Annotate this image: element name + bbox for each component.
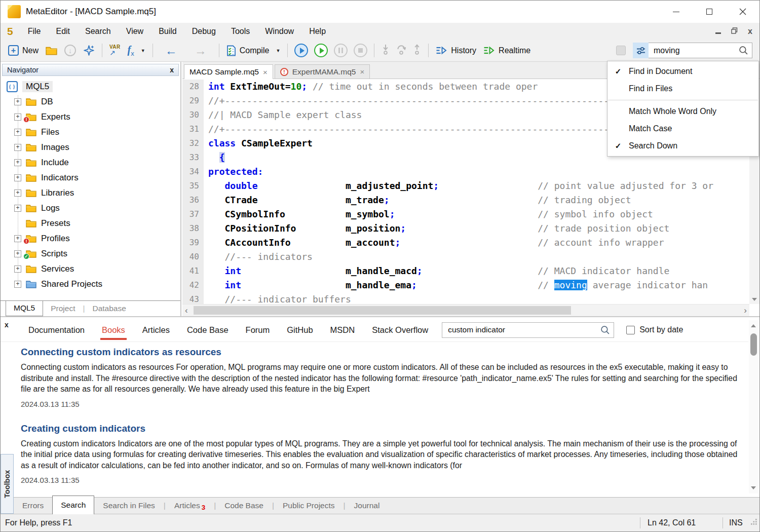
- toolbox-tab-documentation[interactable]: Documentation: [20, 319, 93, 340]
- line-number[interactable]: 33: [182, 150, 204, 165]
- menu-help[interactable]: Help: [301, 23, 333, 40]
- code-line-39[interactable]: 39 CAccountInfo m_account; // account in…: [182, 236, 749, 250]
- line-number[interactable]: 29: [182, 94, 204, 108]
- open-folder-button[interactable]: [42, 44, 61, 57]
- toolbox-tab-forum[interactable]: Forum: [237, 319, 279, 340]
- save-button[interactable]: ↓: [61, 43, 80, 58]
- expand-icon[interactable]: +: [14, 144, 21, 151]
- menu-window[interactable]: Window: [257, 23, 301, 40]
- step-into-button[interactable]: [382, 44, 390, 57]
- menu-view[interactable]: View: [119, 23, 151, 40]
- toolbox-bottom-tab-errors[interactable]: Errors: [14, 498, 52, 514]
- step-over-button[interactable]: [397, 44, 406, 57]
- expand-icon[interactable]: +: [14, 98, 21, 105]
- tree-item-db[interactable]: +DB: [4, 94, 178, 109]
- line-number[interactable]: 32: [182, 136, 204, 150]
- toolbox-search-input[interactable]: [442, 325, 600, 334]
- toolbox-bottom-tab-search[interactable]: Search: [52, 496, 94, 514]
- maximize-button[interactable]: [693, 1, 726, 23]
- result-title[interactable]: Connecting custom indicators as resource…: [21, 347, 738, 358]
- search-menu-item-match-case[interactable]: Match Case: [607, 120, 758, 137]
- mdi-restore-icon[interactable]: [731, 27, 738, 36]
- search-menu-item-find-in-files[interactable]: Find in Files: [607, 80, 758, 97]
- mql5-wizard-button[interactable]: [80, 43, 98, 58]
- toolbox-bottom-tab-articles[interactable]: Articles3: [166, 498, 214, 514]
- mdi-close-icon[interactable]: x: [748, 27, 752, 35]
- line-number[interactable]: 28: [182, 80, 204, 94]
- toolbox-bottom-tab-search-in-files[interactable]: Search in Files: [94, 498, 164, 514]
- toolbox-tab-code-base[interactable]: Code Base: [178, 319, 237, 340]
- line-number[interactable]: 40: [182, 250, 204, 264]
- menu-debug[interactable]: Debug: [184, 23, 223, 40]
- tree-item-libraries[interactable]: +Libraries: [4, 185, 178, 201]
- mdi-minimize-icon[interactable]: [715, 32, 721, 34]
- code-line-43[interactable]: 43 //--- indicator buffers: [182, 292, 749, 304]
- navigator-tab-project[interactable]: Project: [43, 301, 83, 316]
- code-line-40[interactable]: 40 //--- indicators: [182, 250, 749, 264]
- expand-icon[interactable]: +: [14, 265, 21, 273]
- result-title[interactable]: Creating custom indicators: [21, 423, 738, 434]
- line-number[interactable]: 38: [182, 221, 204, 236]
- tree-item-images[interactable]: +Images: [4, 140, 178, 155]
- toolbox-panel-label[interactable]: Toolbox: [1, 454, 14, 514]
- history-button[interactable]: History: [432, 44, 480, 57]
- realtime-button[interactable]: Realtime: [480, 44, 534, 57]
- expand-icon[interactable]: +: [14, 189, 21, 197]
- expand-icon[interactable]: +: [14, 159, 21, 166]
- navigator-tab-mql5[interactable]: MQL5: [6, 301, 43, 316]
- toolbar-search-input[interactable]: [649, 46, 739, 55]
- expand-icon[interactable]: +: [14, 113, 21, 121]
- navigator-close-icon[interactable]: x: [170, 66, 174, 74]
- minimize-button[interactable]: [659, 1, 693, 23]
- variables-button[interactable]: VAR↗: [106, 43, 124, 58]
- close-tab-icon[interactable]: ×: [360, 67, 365, 76]
- menu-search[interactable]: Search: [78, 23, 119, 40]
- toolbox-tab-github[interactable]: GitHub: [278, 319, 321, 340]
- menu-tools[interactable]: Tools: [223, 23, 257, 40]
- expand-icon[interactable]: +: [14, 174, 21, 181]
- expand-icon[interactable]: +: [14, 129, 21, 136]
- tree-item-shared-projects[interactable]: +Shared Projects: [4, 277, 178, 292]
- expand-icon[interactable]: +: [14, 250, 21, 257]
- line-number[interactable]: 31: [182, 122, 204, 136]
- code-line-41[interactable]: 41 int m_handle_macd; // MACD indicator …: [182, 264, 749, 278]
- line-number[interactable]: 41: [182, 264, 204, 278]
- code-line-35[interactable]: 35 double m_adjusted_point; // point val…: [182, 179, 749, 193]
- toolbox-bottom-tab-code-base[interactable]: Code Base: [216, 498, 272, 514]
- toolbox-tab-books[interactable]: Books: [93, 319, 134, 340]
- search-options-button[interactable]: [633, 43, 649, 58]
- menu-edit[interactable]: Edit: [48, 23, 78, 40]
- sort-by-date-checkbox[interactable]: [626, 326, 635, 334]
- toolbox-bottom-tab-public-projects[interactable]: Public Projects: [274, 498, 344, 514]
- tree-item-experts[interactable]: +!Experts: [4, 109, 178, 125]
- step-out-button[interactable]: [413, 44, 421, 57]
- scroll-left-icon[interactable]: ‹: [185, 306, 188, 315]
- toolbox-close-icon[interactable]: x: [5, 321, 9, 329]
- menu-file[interactable]: File: [20, 23, 49, 40]
- scrollbar-thumb[interactable]: [750, 333, 757, 356]
- tree-root-mql5[interactable]: { }MQL5: [4, 79, 178, 94]
- navigate-back-button[interactable]: ←: [157, 43, 186, 59]
- line-number[interactable]: 42: [182, 278, 204, 292]
- line-number[interactable]: 35: [182, 179, 204, 193]
- expand-icon[interactable]: +: [14, 235, 21, 242]
- toolbox-scrollbar[interactable]: [749, 320, 758, 493]
- search-menu-item-search-down[interactable]: ✓Search Down: [607, 137, 758, 155]
- editor-tab-macd-sample-mq5[interactable]: MACD Sample.mq5×: [184, 64, 273, 79]
- line-number[interactable]: 43: [182, 292, 204, 304]
- code-line-37[interactable]: 37 CSymbolInfo m_symbol; // symbol info …: [182, 207, 749, 221]
- tree-item-logs[interactable]: +Logs: [4, 201, 178, 216]
- search-menu-item-find-in-document[interactable]: ✓Find in Document: [607, 63, 758, 80]
- scroll-right-icon[interactable]: ›: [744, 306, 747, 315]
- toolbox-tab-msdn[interactable]: MSDN: [322, 319, 364, 340]
- scroll-down-icon[interactable]: [751, 486, 756, 489]
- tree-item-services[interactable]: +Services: [4, 261, 178, 277]
- code-line-36[interactable]: 36 CTrade m_trade; // trading object: [182, 193, 749, 207]
- tree-item-scripts[interactable]: +✓Scripts: [4, 246, 178, 261]
- toolbox-tab-stack-overflow[interactable]: Stack Overflow: [363, 319, 437, 340]
- scroll-down-icon[interactable]: [752, 298, 757, 301]
- functions-button[interactable]: fx ▼: [124, 42, 149, 59]
- editor-horizontal-scrollbar[interactable]: ‹ ›: [182, 304, 749, 316]
- navigator-tab-database[interactable]: Database: [85, 301, 134, 316]
- styler-button[interactable]: [616, 46, 626, 55]
